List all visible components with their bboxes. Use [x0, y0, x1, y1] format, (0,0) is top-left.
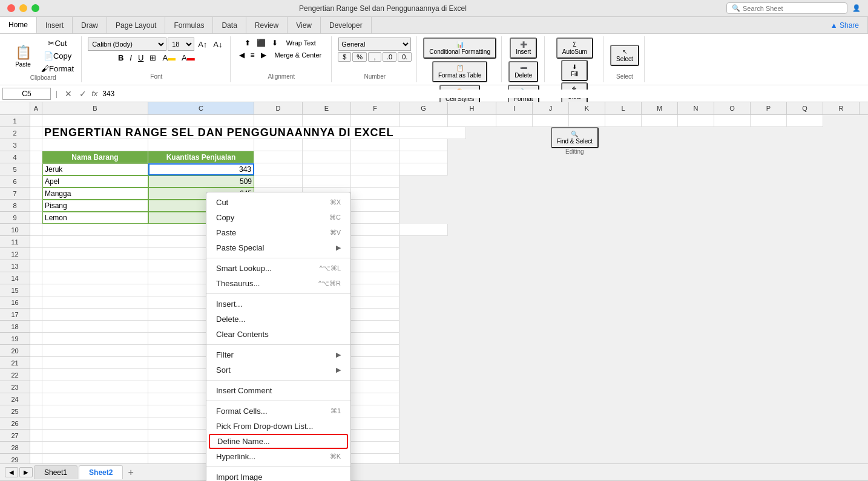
tab-review[interactable]: Review: [246, 17, 288, 33]
sheet-tab-sheet2[interactable]: Sheet2: [79, 465, 123, 479]
cell-a7[interactable]: [30, 188, 42, 200]
cell-b9[interactable]: Lemon: [42, 212, 148, 224]
cell-f4[interactable]: [351, 151, 399, 163]
cell-g4[interactable]: [399, 151, 448, 163]
row-header-8[interactable]: 8: [0, 200, 30, 212]
col-header-f[interactable]: F: [351, 102, 399, 114]
cell-b2[interactable]: PENGERTIAN RANGE SEL DAN PENGGUNAANNYA D…: [42, 127, 466, 139]
cell-a24[interactable]: [30, 393, 42, 405]
tab-view[interactable]: View: [288, 17, 321, 33]
cell-f24[interactable]: [351, 393, 399, 405]
cell-b8[interactable]: Pisang: [42, 200, 148, 212]
cell-f5[interactable]: [351, 163, 399, 175]
cell-a28[interactable]: [30, 442, 42, 454]
row-header-15[interactable]: 15: [0, 284, 30, 296]
merge-center-button[interactable]: Merge & Center: [270, 51, 327, 59]
cm-clear-contents[interactable]: Clear Contents: [206, 327, 350, 342]
cell-f19[interactable]: [351, 333, 399, 345]
cell-g10[interactable]: [399, 224, 448, 236]
autosum-button[interactable]: Σ AutoSum: [556, 38, 593, 59]
cell-f26[interactable]: [351, 417, 399, 430]
minimize-button[interactable]: [19, 4, 27, 12]
cell-a14[interactable]: [30, 272, 42, 284]
cell-b24[interactable]: [42, 393, 148, 405]
cm-format-cells[interactable]: Format Cells... ⌘1: [206, 404, 350, 419]
row-header-2[interactable]: 2: [0, 127, 30, 139]
comma-button[interactable]: ,: [368, 52, 381, 62]
cm-define-name[interactable]: Define Name...: [209, 434, 348, 449]
row-header-19[interactable]: 19: [0, 333, 30, 345]
cell-a13[interactable]: [30, 260, 42, 272]
cell-f12[interactable]: [351, 248, 399, 260]
row-header-14[interactable]: 14: [0, 272, 30, 284]
tab-data[interactable]: Data: [213, 17, 246, 33]
cell-g5[interactable]: [399, 163, 448, 175]
cell-f14[interactable]: [351, 272, 399, 284]
italic-button[interactable]: I: [127, 52, 134, 64]
cm-paste-special[interactable]: Paste Special ▶: [206, 240, 350, 255]
row-header-25[interactable]: 25: [0, 405, 30, 417]
cell-c6[interactable]: 509: [148, 175, 254, 188]
cell-g1[interactable]: [399, 115, 448, 127]
font-name-select[interactable]: Calibri (Body): [88, 38, 166, 51]
copy-button[interactable]: 📄 Copy: [39, 50, 76, 62]
cell-i1[interactable]: [496, 115, 533, 127]
cell-f7[interactable]: [351, 188, 399, 200]
cm-delete[interactable]: Delete...: [206, 312, 350, 327]
col-header-p[interactable]: P: [751, 102, 787, 114]
cell-a20[interactable]: [30, 345, 42, 357]
cell-f1[interactable]: [351, 115, 399, 127]
col-header-e[interactable]: E: [303, 102, 351, 114]
cell-b13[interactable]: [42, 260, 148, 272]
sheet-tab-sheet1[interactable]: Sheet1: [34, 465, 77, 479]
col-header-n[interactable]: N: [678, 102, 714, 114]
cut-button[interactable]: ✂ Cut: [39, 38, 76, 49]
cell-f28[interactable]: [351, 442, 399, 454]
border-button[interactable]: ⊞: [147, 52, 159, 64]
row-header-29[interactable]: 29: [0, 454, 30, 463]
window-controls[interactable]: [7, 4, 39, 12]
align-center-button[interactable]: ≡: [248, 50, 257, 61]
sheet-nav-next[interactable]: ▶: [19, 467, 33, 477]
cell-a21[interactable]: [30, 357, 42, 369]
row-header-5[interactable]: 5: [0, 163, 30, 175]
tab-page-layout[interactable]: Page Layout: [107, 17, 165, 33]
cell-a29[interactable]: [30, 454, 42, 463]
row-header-9[interactable]: 9: [0, 212, 30, 224]
cell-j1[interactable]: [533, 115, 569, 127]
cell-n1[interactable]: [678, 115, 714, 127]
col-header-c[interactable]: C: [148, 102, 254, 114]
cell-a23[interactable]: [30, 381, 42, 393]
paste-button[interactable]: 📋 Paste: [10, 42, 36, 70]
cell-b18[interactable]: [42, 321, 148, 333]
cell-a12[interactable]: [30, 248, 42, 260]
cell-f9[interactable]: [351, 212, 399, 224]
cell-b7[interactable]: Mangga: [42, 188, 148, 200]
cell-a27[interactable]: [30, 430, 42, 442]
insert-cells-button[interactable]: ➕ Insert: [510, 38, 537, 59]
cell-h1[interactable]: [448, 115, 496, 127]
tab-developer[interactable]: Developer: [321, 17, 372, 33]
row-header-16[interactable]: 16: [0, 296, 30, 309]
cell-a9[interactable]: [30, 212, 42, 224]
select-button[interactable]: ↖ Select: [610, 45, 639, 66]
cell-a11[interactable]: [30, 236, 42, 248]
cell-b20[interactable]: [42, 345, 148, 357]
cancel-formula-button[interactable]: ✕: [62, 89, 74, 99]
row-header-24[interactable]: 24: [0, 393, 30, 405]
underline-button[interactable]: U: [136, 52, 146, 64]
cell-b26[interactable]: [42, 417, 148, 430]
cm-sort[interactable]: Sort ▶: [206, 362, 350, 378]
row-header-13[interactable]: 13: [0, 260, 30, 272]
confirm-formula-button[interactable]: ✓: [77, 89, 89, 99]
cm-thesaurus[interactable]: Thesaurus... ^⌥⌘R: [206, 276, 350, 291]
col-header-i[interactable]: I: [496, 102, 533, 114]
cell-b6[interactable]: Apel: [42, 175, 148, 188]
cell-f21[interactable]: [351, 357, 399, 369]
cell-d6[interactable]: [254, 175, 303, 188]
font-size-select[interactable]: 18: [168, 38, 194, 51]
conditional-formatting-button[interactable]: 📊 Conditional Formatting: [423, 38, 496, 59]
sheet-nav-prev[interactable]: ◀: [5, 467, 18, 477]
cell-a10[interactable]: [30, 224, 42, 236]
cell-b29[interactable]: [42, 454, 148, 463]
